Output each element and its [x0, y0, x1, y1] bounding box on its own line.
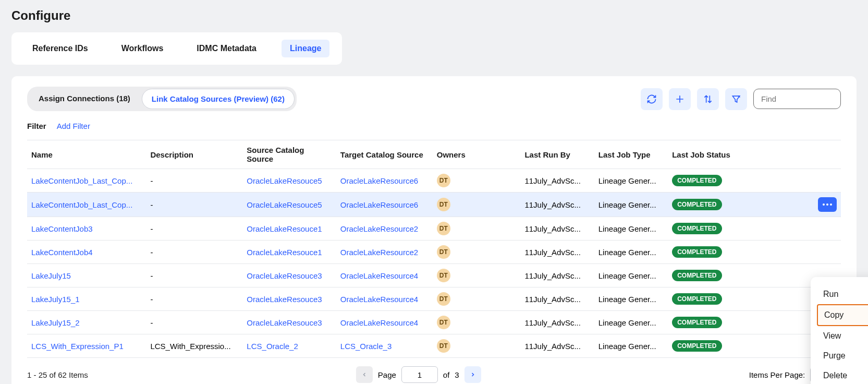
row-last-job-status: COMPLETED — [668, 334, 812, 358]
row-target-link[interactable]: LCS_Oracle_3 — [336, 334, 433, 358]
filter-toggle-button[interactable] — [725, 88, 747, 110]
status-badge: COMPLETED — [672, 270, 722, 281]
row-owners: DT — [433, 193, 521, 217]
row-name-link[interactable]: LCS_With_Expression_P1 — [27, 334, 146, 358]
row-target-link[interactable]: OracleLakeResource4 — [336, 311, 433, 334]
row-last-job-status: COMPLETED — [668, 217, 812, 241]
table-row[interactable]: LakeJuly15-OracleLakeResouce3OracleLakeR… — [27, 264, 841, 287]
row-name-link[interactable]: LakeJuly15 — [27, 264, 146, 287]
search-input[interactable] — [753, 89, 841, 109]
row-last-run-by: 11July_AdvSc... — [520, 334, 594, 358]
row-source-link[interactable]: OracleLakeResouce1 — [242, 241, 336, 264]
tab-reference-ids[interactable]: Reference IDs — [24, 40, 96, 57]
prev-page-button[interactable] — [356, 366, 373, 383]
row-context-menu: Run Copy View Purge Delete — [811, 277, 868, 384]
column-name[interactable]: Name — [27, 140, 146, 169]
sort-button[interactable] — [697, 88, 719, 110]
row-name-link[interactable]: LakeContentJob_Last_Cop... — [27, 169, 146, 193]
row-name-link[interactable]: LakeContentJob3 — [27, 217, 146, 241]
row-last-job-type: Lineage Gener... — [594, 169, 668, 193]
row-name-link[interactable]: LakeJuly15_2 — [27, 311, 146, 334]
row-last-job-type: Lineage Gener... — [594, 311, 668, 334]
add-filter-link[interactable]: Add Filter — [57, 122, 90, 130]
column-description[interactable]: Description — [146, 140, 242, 169]
tab-workflows[interactable]: Workflows — [113, 40, 172, 57]
tab-idmc-metadata[interactable]: IDMC Metadata — [188, 40, 265, 57]
refresh-button[interactable] — [641, 88, 663, 110]
table-row[interactable]: LCS_With_Expression_P1LCS_With_Expressio… — [27, 334, 841, 358]
row-description: - — [146, 169, 242, 193]
table-header-row: Name Description Source Catalog Source T… — [27, 140, 841, 169]
row-target-link[interactable]: OracleLakeResource6 — [336, 193, 433, 217]
row-owners: DT — [433, 311, 521, 334]
row-target-link[interactable]: OracleLakeResource2 — [336, 217, 433, 241]
subtab-assign-connections[interactable]: Assign Connections (18) — [29, 89, 140, 109]
row-target-link[interactable]: OracleLakeResource2 — [336, 241, 433, 264]
row-source-link[interactable]: OracleLakeResouce5 — [242, 193, 336, 217]
row-target-link[interactable]: OracleLakeResource6 — [336, 169, 433, 193]
table-row[interactable]: LakeContentJob3-OracleLakeResouce1Oracle… — [27, 217, 841, 241]
subtabs: Assign Connections (18) Link Catalog Sou… — [27, 87, 297, 111]
row-name-link[interactable]: LakeContentJob4 — [27, 241, 146, 264]
row-description: - — [146, 287, 242, 311]
row-last-job-status: COMPLETED — [668, 169, 812, 193]
pagination-controls: Page of 3 — [356, 366, 481, 383]
row-owners: DT — [433, 264, 521, 287]
row-last-job-status: COMPLETED — [668, 287, 812, 311]
row-name-link[interactable]: LakeJuly15_1 — [27, 287, 146, 311]
context-menu-run[interactable]: Run — [817, 284, 868, 304]
filter-icon — [731, 94, 741, 104]
row-source-link[interactable]: OracleLakeResouce3 — [242, 264, 336, 287]
context-menu-purge[interactable]: Purge — [817, 346, 868, 366]
context-menu-delete[interactable]: Delete — [817, 366, 868, 384]
sort-icon — [703, 94, 713, 104]
total-pages: 3 — [455, 370, 459, 379]
toolbar-actions — [641, 88, 841, 110]
row-owners: DT — [433, 241, 521, 264]
column-last-job-type[interactable]: Last Job Type — [594, 140, 668, 169]
context-menu-copy[interactable]: Copy — [817, 304, 868, 326]
row-target-link[interactable]: OracleLakeResource4 — [336, 264, 433, 287]
row-last-job-status: COMPLETED — [668, 241, 812, 264]
column-last-run-by[interactable]: Last Run By — [520, 140, 594, 169]
of-label: of — [443, 370, 450, 379]
column-source-catalog[interactable]: Source Catalog Source — [242, 140, 336, 169]
table-row[interactable]: LakeContentJob_Last_Cop...-OracleLakeRes… — [27, 193, 841, 217]
data-table: Name Description Source Catalog Source T… — [27, 140, 841, 358]
row-name-link[interactable]: LakeContentJob_Last_Cop... — [27, 193, 146, 217]
row-actions-button[interactable] — [818, 197, 837, 212]
row-description: LCS_With_Expressio... — [146, 334, 242, 358]
row-last-run-by: 11July_AdvSc... — [520, 311, 594, 334]
status-badge: COMPLETED — [672, 175, 722, 186]
row-source-link[interactable]: OracleLakeResouce3 — [242, 287, 336, 311]
table-row[interactable]: LakeJuly15_2-OracleLakeResouce3OracleLak… — [27, 311, 841, 334]
owner-badge: DT — [437, 245, 450, 259]
next-page-button[interactable] — [464, 366, 481, 383]
row-last-job-type: Lineage Gener... — [594, 287, 668, 311]
column-last-job-status[interactable]: Last Job Status — [668, 140, 812, 169]
table-row[interactable]: LakeContentJob4-OracleLakeResouce1Oracle… — [27, 241, 841, 264]
table-row[interactable]: LakeContentJob_Last_Cop...-OracleLakeRes… — [27, 169, 841, 193]
row-source-link[interactable]: LCS_Oracle_2 — [242, 334, 336, 358]
row-target-link[interactable]: OracleLakeResource4 — [336, 287, 433, 311]
column-target-catalog[interactable]: Target Catalog Source — [336, 140, 433, 169]
row-source-link[interactable]: OracleLakeResouce5 — [242, 169, 336, 193]
row-last-job-status: COMPLETED — [668, 193, 812, 217]
column-owners[interactable]: Owners — [433, 140, 521, 169]
filter-row: Filter Add Filter — [27, 122, 841, 130]
page-input[interactable] — [401, 366, 438, 383]
plus-icon — [675, 94, 685, 104]
row-last-job-type: Lineage Gener... — [594, 264, 668, 287]
subtab-link-catalog-sources[interactable]: Link Catalog Sources (Preview) (62) — [142, 89, 295, 109]
row-owners: DT — [433, 334, 521, 358]
context-menu-view[interactable]: View — [817, 326, 868, 346]
items-per-page-label: Items Per Page: — [749, 370, 805, 379]
status-badge: COMPLETED — [672, 293, 722, 305]
row-last-job-type: Lineage Gener... — [594, 193, 668, 217]
row-source-link[interactable]: OracleLakeResouce1 — [242, 217, 336, 241]
row-last-job-status: COMPLETED — [668, 264, 812, 287]
row-source-link[interactable]: OracleLakeResouce3 — [242, 311, 336, 334]
tab-lineage[interactable]: Lineage — [282, 40, 329, 57]
table-row[interactable]: LakeJuly15_1-OracleLakeResouce3OracleLak… — [27, 287, 841, 311]
add-button[interactable] — [669, 88, 691, 110]
